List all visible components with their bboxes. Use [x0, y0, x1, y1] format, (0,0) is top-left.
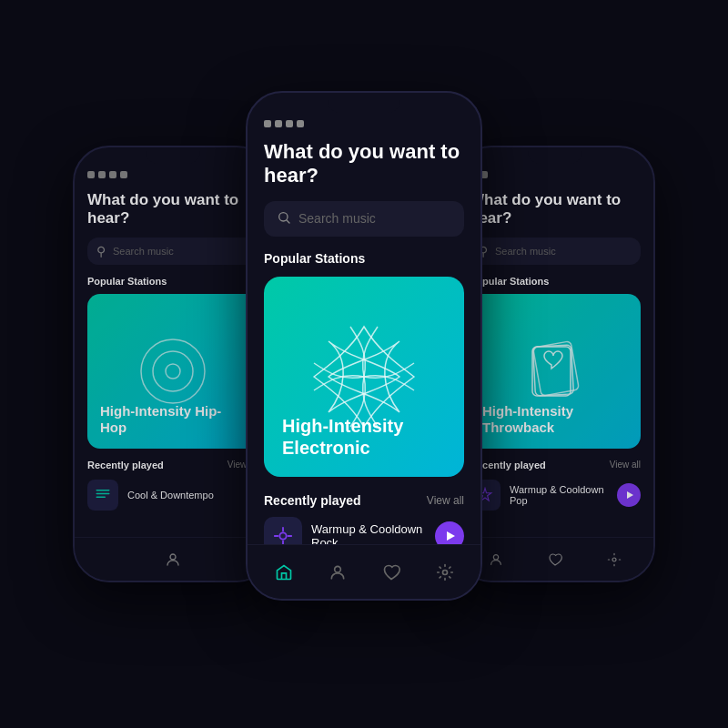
view-all-right[interactable]: View all: [610, 460, 641, 470]
play-triangle-icon-center: [447, 531, 455, 541]
recently-played-label-center: Recently played: [264, 493, 361, 508]
svg-rect-10: [532, 347, 571, 396]
phone-right: What do you want to hear? ⚲ Search music…: [455, 146, 655, 582]
search-placeholder-right: Search music: [495, 246, 556, 257]
svg-point-5: [279, 532, 286, 539]
track-name-left: Cool & Downtempo: [127, 490, 258, 500]
nav-settings-center[interactable]: [436, 563, 454, 581]
popular-stations-label-right: Popular Stations: [470, 276, 641, 287]
svg-point-2: [166, 364, 180, 379]
svg-point-7: [442, 570, 447, 574]
svg-point-1: [153, 351, 193, 391]
nav-home-center[interactable]: [275, 563, 293, 581]
top-icons-left: [87, 164, 258, 178]
bottom-nav-right: [457, 537, 653, 581]
station-card-center[interactable]: High-Intensity Electronic: [264, 277, 464, 477]
recently-played-label-left: Recently played: [87, 460, 164, 470]
recently-header-right: Recently played View all: [470, 460, 641, 470]
page-title-center: What do you want to hear?: [264, 140, 464, 188]
play-triangle-icon-right: [627, 491, 633, 499]
svg-rect-9: [533, 345, 574, 396]
phones-container: What do you want to hear? ⚲ Search music…: [46, 36, 682, 692]
top-icons-right: [470, 164, 641, 178]
top-icons-center: [264, 113, 464, 127]
phone-left: What do you want to hear? ⚲ Search music…: [73, 146, 273, 582]
page-title-left: What do you want to hear?: [87, 191, 258, 228]
svg-point-6: [334, 566, 340, 572]
popular-stations-label-left: Popular Stations: [87, 276, 258, 287]
phone-center: What do you want to hear? Search music P…: [246, 91, 482, 601]
view-all-center[interactable]: View all: [427, 494, 464, 507]
bottom-nav-left: [75, 537, 271, 581]
search-icon-center: [277, 210, 291, 228]
svg-point-12: [612, 558, 616, 561]
notch-center: [328, 93, 400, 113]
page-title-right: What do you want to hear?: [470, 191, 641, 228]
station-card-right[interactable]: High-Intensity Throwback: [470, 294, 641, 449]
station-card-left[interactable]: High-Intensity Hip-Hop: [87, 294, 258, 449]
search-placeholder-center: Search music: [298, 211, 376, 226]
track-name-right: Warmup & Cooldown Pop: [510, 484, 608, 506]
search-bar-left[interactable]: ⚲ Search music: [87, 238, 258, 265]
recently-header-center: Recently played View all: [264, 493, 464, 508]
nav-settings-right[interactable]: [607, 552, 622, 567]
search-bar-right[interactable]: ⚲ Search music: [470, 238, 641, 265]
notch-right: [528, 147, 582, 164]
play-button-right[interactable]: [617, 483, 641, 507]
notch-left: [146, 147, 200, 164]
nav-heart-right[interactable]: [548, 552, 562, 567]
station-name-right: High-Intensity Throwback: [482, 403, 628, 436]
svg-point-3: [170, 554, 176, 560]
track-item-right: Warmup & Cooldown Pop: [470, 480, 641, 511]
nav-person-left[interactable]: [165, 551, 181, 568]
search-placeholder-left: Search music: [113, 246, 174, 257]
station-name-left: High-Intensity Hip-Hop: [100, 403, 246, 436]
svg-point-0: [141, 339, 205, 403]
popular-stations-label-center: Popular Stations: [264, 251, 464, 266]
search-icon-left: ⚲: [96, 244, 106, 258]
svg-point-11: [493, 554, 498, 559]
bottom-nav-center: [248, 544, 480, 599]
nav-person-center[interactable]: [329, 563, 347, 581]
station-name-center: High-Intensity Electronic: [282, 415, 446, 459]
nav-person-right[interactable]: [489, 552, 503, 567]
search-bar-center[interactable]: Search music: [264, 201, 464, 237]
recently-header-left: Recently played View all: [87, 460, 258, 470]
nav-heart-center[interactable]: [382, 563, 400, 581]
track-item-left: Cool & Downtempo: [87, 480, 258, 511]
track-thumb-left: [87, 480, 118, 511]
